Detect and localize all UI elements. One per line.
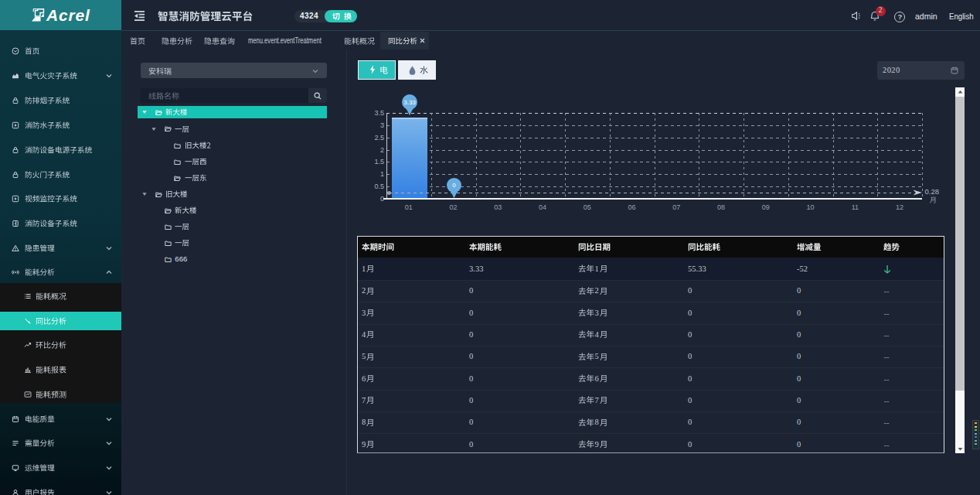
svg-text:0: 0: [452, 182, 456, 189]
svg-text:3.33: 3.33: [403, 99, 416, 106]
